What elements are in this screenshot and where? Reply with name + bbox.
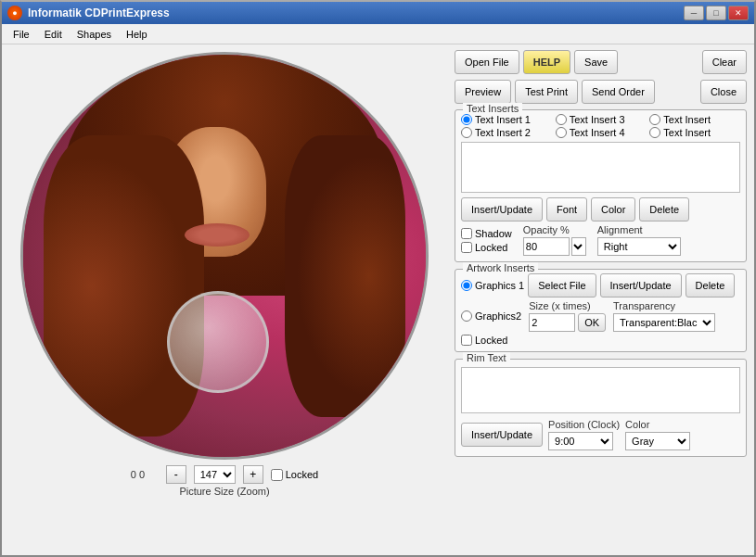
title-bar-left: ● Informatik CDPrintExpress <box>7 6 170 20</box>
opacity-label: Opacity % <box>523 224 586 235</box>
radio-text-insert-2[interactable]: Text Insert 2 <box>461 127 552 138</box>
rim-text-textarea[interactable] <box>461 367 740 413</box>
picture-size-label: Picture Size (Zoom) <box>179 486 269 497</box>
radio-text-insert-5[interactable]: Text Insert <box>649 114 740 125</box>
left-panel: 0 0 - 147 100 125 150 200 + Locked Pictu… <box>2 44 447 557</box>
app-icon: ● <box>7 6 22 20</box>
text-insert-options: Shadow Locked Opacity % ▼ <box>461 224 740 256</box>
opacity-dropdown[interactable]: ▼ <box>571 237 586 256</box>
position-label: Position (Clock) <box>548 419 620 430</box>
opacity-group: Opacity % ▼ <box>523 224 586 256</box>
canvas-coords: 0 0 <box>131 469 159 480</box>
position-group: Position (Clock) 12:00 3:00 6:00 9:00 <box>548 419 620 450</box>
opacity-input[interactable] <box>523 237 570 256</box>
restore-button[interactable]: □ <box>706 6 726 20</box>
rim-text-section: Rim Text Insert/Update Position (Clock) … <box>455 359 747 457</box>
zoom-select[interactable]: 147 100 125 150 200 <box>194 465 236 484</box>
text-inserts-label: Text Inserts <box>463 103 522 114</box>
canvas-locked-checkbox[interactable] <box>271 469 283 481</box>
canvas-locked-check[interactable]: Locked <box>271 469 318 481</box>
menu-edit[interactable]: Edit <box>37 27 70 42</box>
zoom-in-button[interactable]: + <box>243 465 263 484</box>
clear-button[interactable]: Clear <box>702 50 747 74</box>
transparency-label: Transparency <box>613 300 715 311</box>
rim-color-select[interactable]: Black Gray White Red Blue <box>625 432 690 450</box>
size-group: Size (x times) OK <box>529 300 606 332</box>
menubar: File Edit Shapes Help <box>2 24 754 44</box>
alignment-label: Alignment <box>597 224 681 235</box>
shadow-check[interactable]: Shadow <box>461 228 512 239</box>
rim-text-label: Rim Text <box>463 352 510 363</box>
rim-insert-update-button[interactable]: Insert/Update <box>461 423 543 447</box>
test-print-button[interactable]: Test Print <box>515 80 578 104</box>
artwork-locked-label: Locked <box>475 335 507 346</box>
artwork-locked-check[interactable]: Locked <box>461 335 507 346</box>
artwork-locked-row: Locked <box>461 335 740 346</box>
help-button[interactable]: HELP <box>523 50 570 74</box>
shadow-label: Shadow <box>475 228 512 239</box>
cd-canvas[interactable] <box>20 52 429 460</box>
main-window: ● Informatik CDPrintExpress ─ □ ✕ File E… <box>0 0 756 557</box>
artwork-inserts-section: Artwork Inserts Graphics 1 Select File I… <box>455 269 747 352</box>
right-panel: Open File HELP Save Clear Preview Test P… <box>447 44 754 557</box>
radio-text-insert-6[interactable]: Text Insert <box>649 127 740 138</box>
title-controls: ─ □ ✕ <box>684 6 749 20</box>
text-inserts-section: Text Inserts Text Insert 1 Text Insert 3… <box>455 109 747 262</box>
radio-text-insert-1[interactable]: Text Insert 1 <box>461 114 552 125</box>
title-bar: ● Informatik CDPrintExpress ─ □ ✕ <box>2 2 754 24</box>
radio-text-insert-4[interactable]: Text Insert 4 <box>556 127 647 138</box>
text-insert-actions: Insert/Update Font Color Delete <box>461 197 740 222</box>
artwork-locked-checkbox[interactable] <box>461 335 472 346</box>
minimize-button[interactable]: ─ <box>684 6 704 20</box>
close-button[interactable]: Close <box>700 80 747 104</box>
menu-shapes[interactable]: Shapes <box>70 27 119 42</box>
size-ok-button[interactable]: OK <box>578 313 606 332</box>
locked-label-text: Locked <box>475 242 507 253</box>
select-file-button[interactable]: Select File <box>528 273 596 297</box>
text-insert-update-button[interactable]: Insert/Update <box>461 197 543 222</box>
locked-checkbox-text[interactable] <box>461 242 472 253</box>
zoom-out-button[interactable]: - <box>166 465 186 484</box>
graphics1-label: Graphics 1 <box>475 280 524 291</box>
color-button[interactable]: Color <box>591 197 635 222</box>
locked-check-text[interactable]: Locked <box>461 242 512 253</box>
open-file-button[interactable]: Open File <box>455 50 519 74</box>
artwork-insert-update-button[interactable]: Insert/Update <box>600 273 682 297</box>
rim-controls: Insert/Update Position (Clock) 12:00 3:0… <box>461 419 740 450</box>
preview-button[interactable]: Preview <box>455 80 511 104</box>
main-content: 0 0 - 147 100 125 150 200 + Locked Pictu… <box>2 44 754 557</box>
transparency-group: Transparency Transparent:Blac None White <box>613 300 715 332</box>
save-button[interactable]: Save <box>574 50 618 74</box>
text-insert-radios: Text Insert 1 Text Insert 3 Text Insert … <box>461 114 740 138</box>
alignment-group: Alignment Left Center Right <box>597 224 681 256</box>
artwork-row2: Graphics2 Size (x times) OK Transparency… <box>461 300 740 332</box>
cd-image <box>23 55 426 457</box>
rim-color-group: Color Black Gray White Red Blue <box>625 419 690 450</box>
shadow-checkbox[interactable] <box>461 228 472 239</box>
radio-graphics2[interactable]: Graphics2 <box>461 310 521 322</box>
menu-help[interactable]: Help <box>119 27 155 42</box>
size-label: Size (x times) <box>529 300 606 311</box>
canvas-locked-label: Locked <box>286 469 318 480</box>
radio-text-insert-3[interactable]: Text Insert 3 <box>556 114 647 125</box>
rim-color-label: Color <box>625 419 690 430</box>
font-button[interactable]: Font <box>546 197 587 222</box>
text-insert-textarea[interactable] <box>461 142 740 193</box>
window-title: Informatik CDPrintExpress <box>28 6 170 19</box>
bottom-controls: 0 0 - 147 100 125 150 200 + Locked <box>9 465 440 484</box>
radio-graphics1[interactable]: Graphics 1 <box>461 280 524 291</box>
artwork-row1: Graphics 1 Select File Insert/Update Del… <box>461 273 740 297</box>
close-window-button[interactable]: ✕ <box>728 6 749 20</box>
artwork-delete-button[interactable]: Delete <box>686 273 736 297</box>
top-toolbar: Open File HELP Save Clear <box>455 50 747 74</box>
text-delete-button[interactable]: Delete <box>639 197 689 222</box>
alignment-select[interactable]: Left Center Right <box>597 237 681 256</box>
menu-file[interactable]: File <box>6 27 37 42</box>
graphics2-label: Graphics2 <box>475 310 521 322</box>
bubble-overlay <box>167 291 269 393</box>
position-select[interactable]: 12:00 3:00 6:00 9:00 <box>548 432 613 450</box>
size-input[interactable] <box>529 313 575 332</box>
send-order-button[interactable]: Send Order <box>582 80 655 104</box>
second-toolbar: Preview Test Print Send Order Close <box>455 80 747 104</box>
transparency-select[interactable]: Transparent:Blac None White <box>613 313 715 332</box>
